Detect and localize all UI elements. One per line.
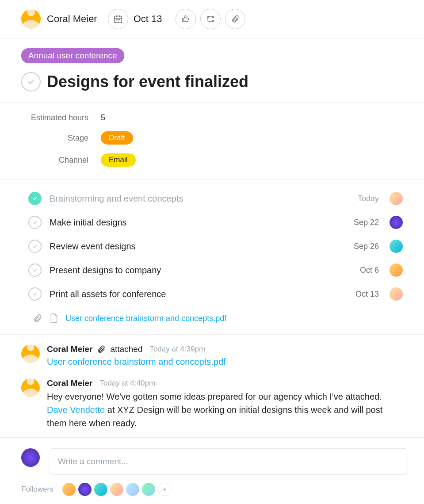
- subtask-assignee-avatar[interactable]: [390, 240, 403, 253]
- attachment-icon[interactable]: [225, 9, 245, 29]
- file-icon: [50, 313, 58, 324]
- svg-point-9: [212, 20, 214, 22]
- follower-avatar[interactable]: [126, 483, 139, 496]
- follower-avatar[interactable]: [62, 483, 76, 496]
- field-label-hours: Estimated hours: [21, 113, 101, 122]
- field-label-stage: Stage: [21, 134, 101, 143]
- check-icon[interactable]: [28, 287, 42, 301]
- svg-point-4: [116, 19, 116, 20]
- subtask-assignee-avatar[interactable]: [390, 216, 403, 229]
- subtask-date: Sep 26: [354, 242, 379, 251]
- subtask-date: Today: [358, 194, 379, 203]
- composer-section: Followers: [0, 437, 424, 504]
- subtask-row[interactable]: Print all assets for conference Oct 13: [28, 282, 403, 306]
- activity-item: Coral Meier Today at 4:40pm Hey everyone…: [21, 378, 403, 430]
- activity-section: Coral Meier attached Today at 4:39pm Use…: [0, 335, 424, 454]
- thumbs-up-icon[interactable]: [176, 9, 196, 29]
- subtask-date: Sep 22: [354, 218, 379, 227]
- subtask-row[interactable]: Brainstorming and event concepts Today: [28, 187, 403, 210]
- check-icon[interactable]: [28, 263, 42, 277]
- follower-avatar[interactable]: [142, 483, 155, 496]
- actor-avatar[interactable]: [21, 344, 40, 363]
- activity-attachment-link[interactable]: User conference brainstorm and concepts.…: [47, 357, 226, 367]
- comment-text-part: Hey everyone! We've gotten some ideas pr…: [47, 392, 382, 401]
- subtask-assignee-avatar[interactable]: [390, 263, 403, 277]
- actor-name[interactable]: Coral Meier: [47, 378, 92, 388]
- follower-avatar[interactable]: [94, 483, 107, 496]
- field-label-channel: Channel: [21, 156, 101, 165]
- follower-avatar[interactable]: [78, 483, 92, 496]
- complete-toggle[interactable]: [21, 72, 41, 92]
- check-icon[interactable]: [28, 216, 42, 229]
- activity-timestamp: Today at 4:39pm: [149, 345, 205, 354]
- attachment-link[interactable]: User conference brainstorm and concepts.…: [65, 314, 226, 323]
- comment-input[interactable]: [49, 448, 408, 475]
- actor-name[interactable]: Coral Meier: [47, 344, 92, 354]
- field-value-channel[interactable]: Email: [101, 153, 136, 167]
- attachment-row[interactable]: User conference brainstorm and concepts.…: [28, 306, 403, 325]
- paperclip-icon: [97, 345, 106, 354]
- mention-link[interactable]: Dave Vendette: [47, 405, 105, 415]
- activity-timestamp: Today at 4:40pm: [99, 379, 155, 388]
- subtask-date: Oct 6: [360, 266, 379, 275]
- activity-item: Coral Meier attached Today at 4:39pm Use…: [21, 344, 403, 367]
- comment-body: Hey everyone! We've gotten some ideas pr…: [47, 390, 403, 430]
- subtask-row[interactable]: Make initial designs Sep 22: [28, 210, 403, 234]
- subtask-date: Oct 13: [355, 290, 379, 299]
- subtask-row[interactable]: Present designs to company Oct 6: [28, 258, 403, 282]
- subtasks-section: Brainstorming and event concepts Today M…: [0, 179, 424, 335]
- subtask-assignee-avatar[interactable]: [390, 192, 403, 205]
- custom-fields: Estimated hours 5 Stage Draft Channel Em…: [0, 103, 424, 179]
- svg-point-7: [207, 16, 208, 17]
- current-user-avatar[interactable]: [21, 448, 40, 467]
- field-value-hours[interactable]: 5: [101, 113, 403, 122]
- calendar-icon: [108, 9, 128, 29]
- due-date-text: Oct 13: [134, 13, 162, 25]
- subtask-assignee-avatar[interactable]: [390, 287, 403, 301]
- actor-avatar[interactable]: [21, 378, 40, 397]
- follower-stack: [62, 483, 171, 496]
- add-follower-button[interactable]: [158, 483, 171, 496]
- subtask-row[interactable]: Review event designs Sep 26: [28, 234, 403, 258]
- svg-point-6: [119, 19, 120, 20]
- task-header: Coral Meier Oct 13: [0, 0, 424, 38]
- subtask-title: Brainstorming and event concepts: [50, 194, 350, 204]
- follower-avatar[interactable]: [110, 483, 123, 496]
- subtask-title: Make initial designs: [50, 218, 346, 228]
- svg-point-5: [118, 19, 118, 20]
- header-actions: [176, 9, 245, 29]
- subtask-title: Review event designs: [50, 241, 346, 252]
- project-pill[interactable]: Annual user conference: [21, 48, 124, 63]
- followers-label: Followers: [21, 485, 53, 494]
- subtasks-icon[interactable]: [200, 9, 221, 29]
- check-icon[interactable]: [28, 192, 42, 205]
- title-section: Annual user conference Designs for event…: [0, 38, 424, 103]
- task-title[interactable]: Designs for event finalized: [47, 73, 248, 91]
- due-date[interactable]: Oct 13: [108, 9, 169, 29]
- svg-point-8: [212, 16, 214, 17]
- action-text: attached: [110, 344, 142, 354]
- check-icon[interactable]: [28, 240, 42, 253]
- assignee-avatar[interactable]: [21, 9, 41, 29]
- followers-row: Followers: [21, 483, 408, 496]
- subtask-title: Present designs to company: [50, 265, 352, 275]
- paperclip-icon: [33, 313, 42, 323]
- assignee-name[interactable]: Coral Meier: [47, 13, 97, 25]
- subtask-title: Print all assets for conference: [50, 289, 348, 299]
- field-value-stage[interactable]: Draft: [101, 131, 133, 145]
